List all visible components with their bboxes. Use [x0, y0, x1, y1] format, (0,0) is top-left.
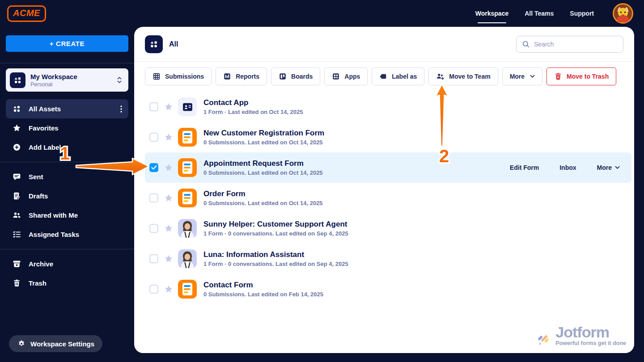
asset-subtitle: 0 Submissions. Last edited on Feb 14, 20…: [203, 291, 323, 298]
workspace-name: My Workspace: [30, 73, 77, 80]
sidebar-item-shared-with-me[interactable]: Shared with Me: [6, 206, 128, 225]
row-checkbox[interactable]: [149, 254, 158, 263]
asset-subtitle: 1 Form · Last edited on Oct 14, 2025: [203, 109, 303, 115]
asset-row-sunny-helper-customer-support-agent[interactable]: Sunny Helper: Customer Support Agent 1 F…: [145, 213, 631, 244]
topnav-item-workspace[interactable]: Workspace: [475, 10, 508, 17]
sent-icon: [12, 173, 21, 181]
kebab-menu-icon[interactable]: [120, 105, 122, 113]
agent-avatar: [178, 219, 197, 238]
search-box[interactable]: [516, 36, 623, 53]
sidebar-item-archive[interactable]: Archive: [6, 254, 128, 274]
top-bar: ACME WorkspaceAll TeamsSupport: [0, 0, 644, 27]
bulk-actions-toolbar: Submissions Reports Boards Apps Label as…: [134, 62, 634, 91]
asset-row-luna-information-assistant[interactable]: Luna: Information Assistant 1 Form · 0 c…: [145, 244, 631, 274]
sidebar-divider: [0, 63, 134, 63]
workspace-settings-label: Workspace Settings: [30, 340, 94, 348]
agent-avatar: [178, 249, 197, 268]
move-to-team-icon: [436, 72, 445, 81]
assigned-tasks-icon: [12, 230, 21, 239]
sidebar-item-favorites[interactable]: Favorites: [6, 118, 128, 138]
form-icon: [178, 280, 197, 299]
sidebar-item-all-assets[interactable]: All Assets: [6, 99, 128, 118]
sidebar-item-trash[interactable]: Trash: [6, 274, 128, 293]
toolbar-button-more[interactable]: More: [502, 67, 542, 85]
toolbar-button-reports[interactable]: Reports: [216, 67, 267, 85]
asset-title: Contact App: [203, 98, 303, 107]
add-label-icon: [12, 143, 21, 152]
asset-row-new-customer-registration-form[interactable]: New Customer Registration Form 0 Submiss…: [145, 122, 631, 152]
all-assets-icon: [12, 105, 21, 113]
workspace-type: Personal: [30, 81, 77, 88]
row-action-more[interactable]: More: [597, 164, 620, 171]
asset-subtitle: 0 Submissions. Last edited on Oct 14, 20…: [203, 139, 324, 146]
topnav-item-support[interactable]: Support: [570, 10, 594, 17]
asset-row-contact-app[interactable]: Contact App 1 Form · Last edited on Oct …: [145, 92, 631, 122]
create-button[interactable]: + CREATE: [6, 35, 128, 52]
chevron-down-icon: [530, 75, 535, 78]
row-checkbox[interactable]: [149, 163, 158, 172]
boards-icon: [279, 72, 287, 80]
row-checkbox[interactable]: [149, 224, 158, 233]
trash-red-icon: [554, 72, 562, 80]
workspace-selector[interactable]: My Workspace Personal: [6, 68, 128, 92]
row-action-inbox[interactable]: Inbox: [559, 164, 576, 171]
row-action-edit-form[interactable]: Edit Form: [510, 164, 539, 171]
panel-header: All: [134, 27, 634, 62]
workspace-settings-button[interactable]: Workspace Settings: [9, 335, 102, 352]
toolbar-button-move-to-team[interactable]: Move to Team: [428, 67, 498, 85]
label-tag-icon: [379, 72, 387, 80]
chevron-down-icon: [615, 166, 620, 169]
search-input[interactable]: [534, 41, 618, 48]
workspace-grid-icon: [10, 72, 25, 88]
row-checkbox[interactable]: [149, 102, 158, 111]
gear-icon: [17, 340, 26, 348]
form-icon: [178, 158, 197, 177]
all-assets-icon: [145, 35, 163, 53]
toolbar-button-label-as[interactable]: Label as: [372, 67, 424, 85]
row-checkbox[interactable]: [149, 285, 158, 294]
asset-subtitle: 0 Submissions. Last edited on Oct 14, 20…: [203, 200, 323, 206]
topnav-item-all-teams[interactable]: All Teams: [525, 10, 554, 17]
row-checkbox[interactable]: [149, 194, 158, 202]
sidebar-nav: All Assets Favorites Add Label Sent Draf…: [0, 99, 134, 293]
acme-logo: ACME: [7, 5, 46, 22]
star-icon: [12, 124, 21, 132]
asset-subtitle: 0 Submissions. Last edited on Oct 14, 20…: [203, 169, 323, 176]
favorite-star-icon[interactable]: [164, 224, 173, 233]
favorite-star-icon[interactable]: [164, 194, 173, 202]
favorite-star-icon[interactable]: [164, 254, 173, 263]
user-avatar[interactable]: [613, 3, 633, 24]
sidebar-item-sent[interactable]: Sent: [6, 167, 128, 186]
favorite-star-icon[interactable]: [164, 102, 173, 111]
apps-icon: [332, 72, 340, 80]
shared-icon: [12, 211, 21, 219]
form-icon: [178, 128, 197, 147]
toolbar-button-apps[interactable]: Apps: [324, 67, 368, 85]
toolbar-button-boards[interactable]: Boards: [271, 67, 320, 85]
jotform-logo-icon: [537, 331, 552, 346]
favorite-star-icon[interactable]: [164, 285, 173, 294]
trash-icon: [12, 279, 21, 287]
unfold-chevrons-icon: [117, 76, 122, 84]
view-title: All: [169, 40, 178, 48]
sidebar-item-drafts[interactable]: Drafts: [6, 186, 128, 206]
reports-icon: [223, 72, 231, 80]
toolbar-button-move-to-trash[interactable]: Move to Trash: [547, 67, 616, 85]
asset-row-appointment-request-form[interactable]: Appointment Request Form 0 Submissions. …: [145, 152, 631, 183]
row-checkbox[interactable]: [149, 133, 158, 142]
asset-title: New Customer Registration Form: [203, 129, 324, 138]
toolbar-button-submissions[interactable]: Submissions: [145, 67, 212, 85]
sidebar-item-add-label[interactable]: Add Label: [6, 138, 128, 157]
asset-list: Contact App 1 Form · Last edited on Oct …: [134, 91, 634, 304]
favorite-star-icon[interactable]: [164, 163, 173, 172]
asset-title: Luna: Information Assistant: [203, 250, 348, 259]
sidebar-item-assigned-tasks[interactable]: Assigned Tasks: [6, 225, 128, 244]
archive-icon: [12, 260, 21, 268]
asset-row-order-form[interactable]: Order Form 0 Submissions. Last edited on…: [145, 183, 631, 213]
asset-title: Order Form: [203, 189, 323, 198]
asset-title: Appointment Request Form: [203, 159, 323, 168]
sidebar-divider: [0, 162, 134, 162]
favorite-star-icon[interactable]: [164, 133, 173, 142]
sidebar: + CREATE My Workspace Personal All Asset…: [0, 27, 134, 362]
asset-row-contact-form[interactable]: Contact Form 0 Submissions. Last edited …: [145, 274, 631, 304]
